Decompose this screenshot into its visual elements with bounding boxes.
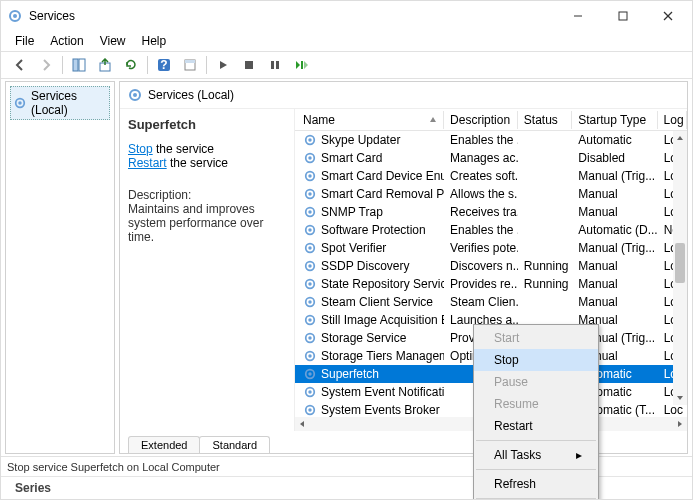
properties-button[interactable] xyxy=(178,53,202,77)
svg-point-42 xyxy=(308,318,311,321)
service-row[interactable]: Software ProtectionEnables the ...Automa… xyxy=(295,221,687,239)
cell-name: Storage Service xyxy=(297,331,444,345)
col-logon[interactable]: Log xyxy=(658,111,687,129)
cell-startup: Automatic (D... xyxy=(572,223,657,237)
service-row[interactable]: SNMP TrapReceives tra...ManualLoc xyxy=(295,203,687,221)
col-startup[interactable]: Startup Type xyxy=(572,111,657,129)
ctx-stop[interactable]: Stop xyxy=(474,349,598,371)
cell-description: Enables the ... xyxy=(444,133,518,147)
menu-file[interactable]: File xyxy=(7,32,42,50)
cell-name: Skype Updater xyxy=(297,133,444,147)
svg-point-52 xyxy=(308,408,311,411)
stop-service-button[interactable] xyxy=(237,53,261,77)
tab-extended[interactable]: Extended xyxy=(128,436,200,453)
cell-status: Running xyxy=(518,277,572,291)
service-list: Name Description Status Startup Type Log… xyxy=(295,109,687,431)
cell-name: Spot Verifier xyxy=(297,241,444,255)
minimize-button[interactable] xyxy=(555,2,600,30)
gear-icon xyxy=(303,295,317,309)
cell-name: Smart Card xyxy=(297,151,444,165)
toolbar: ? xyxy=(1,51,692,79)
scroll-left-icon[interactable] xyxy=(295,420,309,428)
service-name: Still Image Acquisition Events xyxy=(321,313,444,327)
export-list-button[interactable] xyxy=(93,53,117,77)
restart-service-link[interactable]: Restart xyxy=(128,156,167,170)
cell-name: Smart Card Device Enumera... xyxy=(297,169,444,183)
gear-icon xyxy=(303,223,317,237)
gear-icon xyxy=(303,151,317,165)
service-row[interactable]: Smart CardManages ac...DisabledLoc xyxy=(295,149,687,167)
scroll-right-icon[interactable] xyxy=(673,420,687,428)
maximize-button[interactable] xyxy=(600,2,645,30)
service-name: Superfetch xyxy=(321,367,379,381)
service-row[interactable]: State Repository ServiceProvides re...Ru… xyxy=(295,275,687,293)
tree-node-services-local[interactable]: Services (Local) xyxy=(10,86,110,120)
scroll-up-icon[interactable] xyxy=(673,131,687,145)
svg-point-18 xyxy=(18,101,21,104)
pause-service-button[interactable] xyxy=(263,53,287,77)
service-info-panel: Superfetch Stop the service Restart the … xyxy=(120,109,295,431)
service-name: Storage Service xyxy=(321,331,406,345)
close-button[interactable] xyxy=(645,2,690,30)
service-name: Smart Card Device Enumera... xyxy=(321,169,444,183)
ctx-restart[interactable]: Restart xyxy=(474,415,598,437)
app-icon xyxy=(7,8,23,24)
details-header: Services (Local) xyxy=(120,82,687,109)
cell-name: SSDP Discovery xyxy=(297,259,444,273)
cell-startup: Manual xyxy=(572,277,657,291)
cell-description: Steam Clien... xyxy=(444,295,518,309)
gear-icon xyxy=(128,88,142,102)
ctx-separator xyxy=(476,498,596,499)
service-row[interactable]: Steam Client ServiceSteam Clien...Manual… xyxy=(295,293,687,311)
cell-startup: Manual xyxy=(572,205,657,219)
scroll-thumb[interactable] xyxy=(675,243,685,283)
cell-description: Creates soft... xyxy=(444,169,518,183)
ctx-all-tasks[interactable]: All Tasks▸ xyxy=(474,444,598,466)
cell-startup: Manual xyxy=(572,295,657,309)
forward-button[interactable] xyxy=(34,53,58,77)
help-button[interactable]: ? xyxy=(152,53,176,77)
svg-point-50 xyxy=(308,390,311,393)
menu-help[interactable]: Help xyxy=(134,32,175,50)
toolbar-separator xyxy=(62,56,63,74)
menu-action[interactable]: Action xyxy=(42,32,91,50)
col-description[interactable]: Description xyxy=(444,111,518,129)
menu-view[interactable]: View xyxy=(92,32,134,50)
cell-description: Provides re... xyxy=(444,277,518,291)
details-header-title: Services (Local) xyxy=(148,88,234,102)
vertical-scrollbar[interactable] xyxy=(673,131,687,405)
service-name: System Events Broker xyxy=(321,403,440,417)
back-button[interactable] xyxy=(8,53,32,77)
gear-icon xyxy=(303,367,317,381)
service-row[interactable]: Spot VerifierVerifies pote...Manual (Tri… xyxy=(295,239,687,257)
col-status[interactable]: Status xyxy=(518,111,572,129)
service-row[interactable]: Skype UpdaterEnables the ...AutomaticLoc xyxy=(295,131,687,149)
svg-point-22 xyxy=(308,138,311,141)
svg-rect-12 xyxy=(185,60,195,63)
cell-description: Allows the s... xyxy=(444,187,518,201)
start-service-button[interactable] xyxy=(211,53,235,77)
cell-status: Running xyxy=(518,259,572,273)
view-tabs: Extended Standard xyxy=(120,431,687,453)
col-name-label: Name xyxy=(303,113,335,127)
svg-rect-7 xyxy=(79,59,85,71)
scroll-track[interactable] xyxy=(673,145,687,391)
restart-service-button[interactable] xyxy=(289,53,313,77)
col-name[interactable]: Name xyxy=(297,111,444,129)
service-row[interactable]: Smart Card Device Enumera...Creates soft… xyxy=(295,167,687,185)
service-row[interactable]: Smart Card Removal PolicyAllows the s...… xyxy=(295,185,687,203)
gear-icon xyxy=(13,96,27,110)
refresh-button[interactable] xyxy=(119,53,143,77)
cell-name: Smart Card Removal Policy xyxy=(297,187,444,201)
tab-standard[interactable]: Standard xyxy=(199,436,270,453)
show-hide-tree-button[interactable] xyxy=(67,53,91,77)
svg-point-40 xyxy=(308,300,311,303)
menubar: File Action View Help xyxy=(1,31,692,51)
service-row[interactable]: SSDP DiscoveryDiscovers n...RunningManua… xyxy=(295,257,687,275)
stop-service-link[interactable]: Stop xyxy=(128,142,153,156)
svg-point-44 xyxy=(308,336,311,339)
ctx-refresh[interactable]: Refresh xyxy=(474,473,598,495)
scroll-down-icon[interactable] xyxy=(673,391,687,405)
context-menu: Start Stop Pause Resume Restart All Task… xyxy=(473,324,599,500)
cell-startup: Manual (Trig... xyxy=(572,169,657,183)
